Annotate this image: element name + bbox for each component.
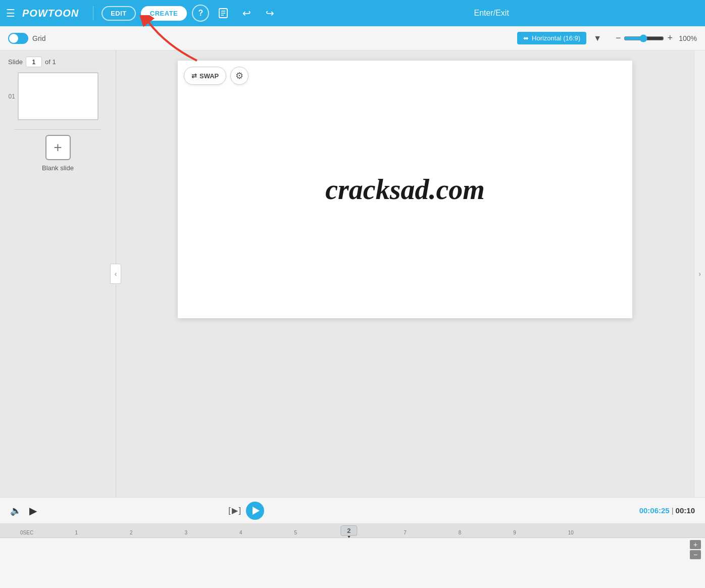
zoom-slider[interactable] xyxy=(624,34,664,42)
timeline-zoom-out-button[interactable]: − xyxy=(690,550,701,559)
nav-divider xyxy=(93,6,93,20)
main-area: Slide of 1 01 + Blank slide ‹ ⇄ SWAP xyxy=(0,51,705,497)
grid-toggle[interactable]: Grid xyxy=(8,33,45,44)
settings-icon: ⚙ xyxy=(235,70,243,81)
panel-collapse-button[interactable]: ‹ xyxy=(110,264,121,284)
enter-exit-label: Enter/Exit xyxy=(474,9,509,18)
toolbar: Grid ⬌ Horizontal (16:9) ▼ − + 100% xyxy=(0,26,705,51)
slides-panel: Slide of 1 01 + Blank slide xyxy=(0,51,116,497)
zoom-controls: − + 100% xyxy=(616,33,697,43)
orientation-icon: ⬌ xyxy=(523,34,529,42)
slide-divider xyxy=(15,129,100,130)
blank-slide-label: Blank slide xyxy=(42,164,74,172)
orientation-button[interactable]: ⬌ Horizontal (16:9) xyxy=(517,32,586,44)
grid-toggle-switch[interactable] xyxy=(8,33,28,44)
help-button[interactable]: ? xyxy=(192,5,209,22)
slide-label-row: Slide of 1 xyxy=(4,57,56,67)
ruler-tick-container: 0SEC 1 2 3 4 5 6 7 8 9 10 xyxy=(20,524,705,537)
time-display: 00:06:25 | 00:10 xyxy=(639,506,695,515)
grid-label: Grid xyxy=(32,34,45,42)
ruler-label-3: 3 xyxy=(184,530,187,535)
time-current: 00:06:25 xyxy=(639,506,670,515)
orientation-label: Horizontal (16:9) xyxy=(532,34,580,42)
edit-button[interactable]: EDIT xyxy=(102,6,136,21)
swap-icon: ⇄ xyxy=(191,72,197,80)
ruler-label-9: 9 xyxy=(513,530,516,535)
bracket-left: [ xyxy=(228,506,230,515)
timeline-zoom-buttons: + − xyxy=(690,540,701,559)
menu-icon[interactable]: ☰ xyxy=(6,7,15,19)
canvas-area: ⇄ SWAP ⚙ cracksad.com xyxy=(116,51,694,497)
ruler-label-7: 7 xyxy=(404,530,407,535)
ruler-label-5: 5 xyxy=(294,530,297,535)
ruler-label-8: 8 xyxy=(459,530,462,535)
time-total: 00:10 xyxy=(676,506,695,515)
slide-number-input[interactable] xyxy=(26,57,42,67)
canvas-wrapper[interactable]: ⇄ SWAP ⚙ cracksad.com xyxy=(178,61,632,318)
canvas-watermark: cracksad.com xyxy=(325,173,485,206)
playback-bracket[interactable]: [ ▶ ] xyxy=(228,506,241,515)
timeline-ruler-wrapper: 0SEC 1 2 3 4 5 6 7 8 9 10 2 + xyxy=(0,524,705,588)
swap-label: SWAP xyxy=(199,72,219,80)
slide-thumbnail-wrapper: 01 xyxy=(18,72,98,120)
ruler-label-4: 4 xyxy=(239,530,242,535)
redo-button[interactable]: ↪ xyxy=(261,4,279,22)
play-triangle xyxy=(253,507,260,515)
timeline-zoom-in-button[interactable]: + xyxy=(690,540,701,549)
slide-tag: 2 xyxy=(340,525,357,536)
slide-text: Slide xyxy=(8,58,23,66)
ruler-label-10: 10 xyxy=(568,530,574,535)
orientation-dropdown-icon[interactable]: ▼ xyxy=(593,34,601,43)
ruler-label-0sec: 0SEC xyxy=(20,530,33,535)
right-panel-collapse-button[interactable]: › xyxy=(694,51,705,497)
blank-slide-button[interactable]: + Blank slide xyxy=(42,135,74,172)
navbar: ☰ POWTOON EDIT CREATE ? ↩ ↪ Enter/Exit xyxy=(0,0,705,26)
app-logo: POWTOON xyxy=(22,8,79,19)
toggle-knob xyxy=(9,34,18,43)
undo-button[interactable]: ↩ xyxy=(237,4,256,22)
timeline-controls: 🔈 ▶ [ ▶ ] 00:06:25 | 00:10 xyxy=(0,498,705,524)
swap-button[interactable]: ⇄ SWAP xyxy=(184,67,226,85)
volume-icon[interactable]: 🔈 xyxy=(10,505,21,516)
cursor-icon: ▶ xyxy=(29,505,37,517)
slide-number-badge: 01 xyxy=(9,93,15,100)
right-expand-icon: › xyxy=(698,270,701,278)
ruler-label-2: 2 xyxy=(130,530,133,535)
zoom-in-button[interactable]: + xyxy=(667,33,673,43)
time-separator: | xyxy=(672,506,674,515)
playback-section: [ ▶ ] xyxy=(228,502,264,520)
zoom-out-button[interactable]: − xyxy=(616,33,621,43)
zoom-level-label: 100% xyxy=(676,34,697,42)
nav-center: Enter/Exit xyxy=(284,9,699,18)
blank-slide-icon: + xyxy=(45,135,71,160)
canvas-toolbar: ⇄ SWAP ⚙ xyxy=(184,67,248,85)
collapse-icon: ‹ xyxy=(115,270,117,278)
notes-button[interactable] xyxy=(214,4,232,22)
create-button[interactable]: CREATE xyxy=(141,6,187,21)
timeline-area: 🔈 ▶ [ ▶ ] 00:06:25 | 00:10 0SEC 1 2 3 xyxy=(0,497,705,588)
bracket-right: ] xyxy=(239,506,241,515)
ruler-label-1: 1 xyxy=(75,530,78,535)
settings-button[interactable]: ⚙ xyxy=(230,67,248,85)
bracket-play: ▶ xyxy=(232,506,238,515)
play-button[interactable] xyxy=(246,502,264,520)
slide-thumbnail[interactable] xyxy=(18,72,98,120)
slide-of-text: of 1 xyxy=(45,58,56,66)
timeline-track-area: 2 + − xyxy=(0,538,705,588)
